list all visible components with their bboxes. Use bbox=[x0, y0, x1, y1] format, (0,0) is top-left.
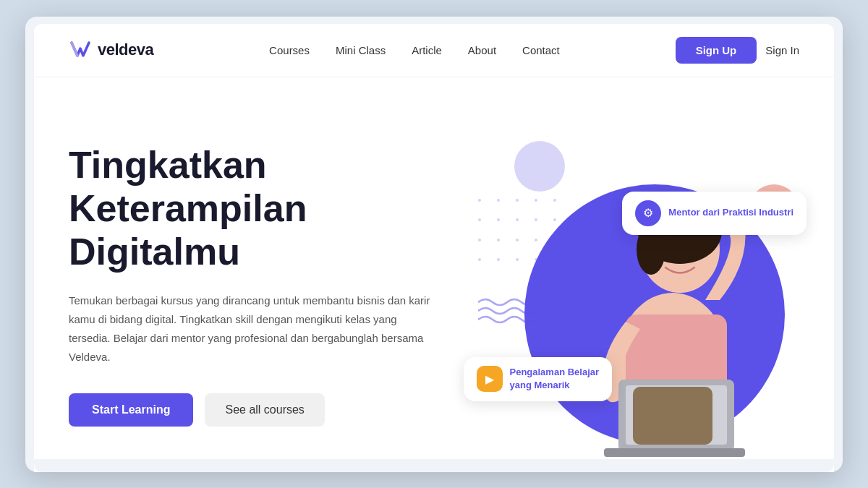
hero-section: Tingkatkan Keterampilan Digitalmu Temuka… bbox=[34, 77, 834, 459]
nav-mini-class[interactable]: Mini Class bbox=[336, 44, 386, 56]
mentor-card-text: Mentor dari Praktisi Industri bbox=[668, 206, 793, 219]
exp-card: ▶ Pengalaman Belajaryang Menarik bbox=[464, 357, 613, 401]
hero-description: Temukan berbagai kursus yang dirancang u… bbox=[69, 291, 430, 367]
hero-right: ⚙ Mentor dari Praktisi Industri ▶ Pengal… bbox=[471, 112, 800, 459]
signin-button[interactable]: Sign In bbox=[765, 44, 799, 56]
hero-title: Tingkatkan Keterampilan Digitalmu bbox=[69, 144, 471, 273]
svg-point-9 bbox=[663, 252, 672, 262]
exp-card-icon: ▶ bbox=[477, 366, 503, 392]
nav-about[interactable]: About bbox=[468, 44, 496, 56]
logo-icon bbox=[69, 38, 92, 61]
nav-article[interactable]: Article bbox=[412, 44, 442, 56]
hero-left: Tingkatkan Keterampilan Digitalmu Temuka… bbox=[69, 144, 471, 426]
svg-rect-7 bbox=[604, 448, 745, 457]
logo-text: veldeva bbox=[98, 40, 153, 59]
hero-buttons: Start Learning See all courses bbox=[69, 393, 471, 427]
bottom-bar bbox=[34, 459, 834, 472]
mentor-card-icon: ⚙ bbox=[635, 200, 661, 226]
nav-actions: Sign Up Sign In bbox=[676, 37, 799, 64]
nav-courses[interactable]: Courses bbox=[269, 44, 310, 56]
svg-point-10 bbox=[688, 252, 697, 262]
see-all-courses-button[interactable]: See all courses bbox=[205, 393, 324, 427]
svg-rect-8 bbox=[633, 387, 712, 445]
navbar: veldeva Courses Mini Class Article About… bbox=[34, 24, 834, 77]
signup-button[interactable]: Sign Up bbox=[676, 37, 757, 64]
start-learning-button[interactable]: Start Learning bbox=[69, 393, 193, 427]
mentor-card: ⚙ Mentor dari Praktisi Industri bbox=[622, 192, 807, 235]
deco-circle-small bbox=[514, 141, 565, 192]
deco-waves bbox=[478, 296, 536, 325]
exp-card-text: Pengalaman Belajaryang Menarik bbox=[510, 366, 600, 392]
logo[interactable]: veldeva bbox=[69, 38, 153, 61]
nav-links: Courses Mini Class Article About Contact bbox=[269, 44, 560, 56]
nav-contact[interactable]: Contact bbox=[522, 44, 560, 56]
deco-grid bbox=[478, 199, 565, 271]
